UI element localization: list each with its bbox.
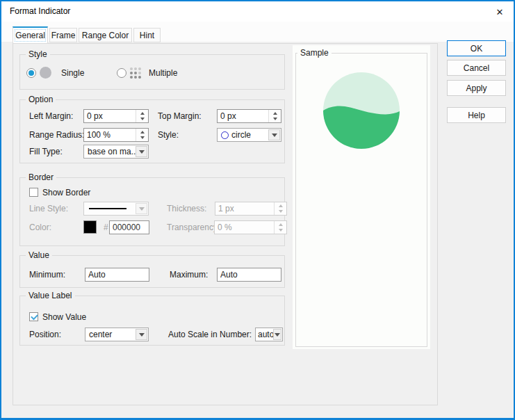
apply-button[interactable]: Apply	[447, 80, 506, 96]
line-style-dropdown-arrow[interactable]	[136, 203, 147, 214]
style-dropdown[interactable]: circle	[217, 128, 281, 142]
minimum-input[interactable]	[85, 268, 149, 281]
fill-type-dropdown-value: base on ma...	[88, 147, 138, 156]
minimum-field	[85, 268, 149, 282]
help-button-label: Help	[468, 111, 485, 120]
cancel-button-label: Cancel	[464, 63, 489, 73]
multiple-style-icon	[129, 67, 142, 79]
show-border-label[interactable]: Show Border	[42, 188, 90, 197]
value-group-title: Value	[26, 250, 52, 260]
value-label-group-title: Value Label	[26, 291, 75, 300]
border-group-title: Border	[26, 172, 56, 182]
ok-button[interactable]: OK	[447, 40, 506, 56]
circle-shape-icon	[221, 131, 229, 139]
position-dropdown-value: center	[89, 330, 112, 339]
show-value-label[interactable]: Show Value	[42, 313, 86, 322]
tab-range-color-label: Range Color	[82, 31, 129, 40]
thickness-field	[215, 202, 287, 216]
value-label-group: Value Label Show Value Position: center …	[19, 296, 285, 346]
auto-scale-label: Auto Scale in Number:	[168, 330, 252, 339]
transparency-label: Transparency:	[167, 223, 220, 232]
style-dropdown-value: circle	[231, 131, 251, 140]
position-label: Position:	[29, 330, 61, 339]
position-dropdown-arrow[interactable]	[136, 329, 147, 340]
tab-general-label: General	[15, 31, 45, 40]
sample-panel: Sample	[293, 45, 430, 349]
fill-type-label: Fill Type:	[29, 147, 63, 156]
color-label: Color:	[29, 223, 51, 232]
single-style-icon	[40, 67, 51, 79]
radio-multiple[interactable]	[117, 68, 126, 78]
transparency-spinner[interactable]	[274, 221, 286, 234]
style-group: Style Single Multiple	[19, 54, 285, 90]
cancel-button[interactable]: Cancel	[447, 60, 506, 76]
left-margin-field	[83, 109, 149, 123]
apply-button-label: Apply	[466, 83, 487, 93]
tab-hint[interactable]: Hint	[133, 28, 161, 42]
radio-single[interactable]	[26, 68, 36, 78]
style-dropdown-arrow[interactable]	[268, 129, 280, 140]
line-style-dropdown[interactable]	[83, 202, 149, 216]
left-margin-label: Left Margin:	[29, 112, 73, 121]
single-label[interactable]: Single	[61, 69, 84, 78]
auto-scale-dropdown[interactable]: auto	[255, 328, 283, 341]
dialog-title: Format Indicator	[10, 6, 70, 16]
top-margin-spinner[interactable]	[268, 110, 281, 122]
value-group: Value Minimum: Maximum:	[19, 255, 285, 288]
title-bar: Format Indicator ✕	[1, 1, 514, 22]
show-border-checkbox[interactable]	[29, 188, 38, 197]
auto-scale-dropdown-arrow[interactable]	[273, 329, 281, 340]
option-group-title: Option	[26, 95, 56, 104]
line-style-preview	[89, 208, 126, 209]
color-hex-field	[109, 220, 149, 234]
maximum-field	[217, 268, 281, 282]
style-group-title: Style	[26, 49, 50, 59]
color-swatch[interactable]	[83, 220, 97, 234]
format-indicator-dialog: Format Indicator ✕ General Frame Range C…	[0, 0, 515, 420]
tab-range-color[interactable]: Range Color	[79, 28, 132, 42]
ok-button-label: OK	[471, 44, 482, 54]
line-style-label: Line Style:	[29, 204, 68, 213]
minimum-label: Minimum:	[29, 270, 65, 280]
thickness-label: Thickness:	[167, 204, 206, 213]
multiple-label[interactable]: Multiple	[149, 69, 177, 78]
maximum-label: Maximum:	[170, 270, 208, 280]
auto-scale-dropdown-value: auto	[258, 330, 274, 339]
thickness-spinner[interactable]	[274, 202, 286, 215]
sample-indicator-preview	[293, 45, 430, 349]
top-margin-label: Top Margin:	[158, 112, 202, 121]
close-icon[interactable]: ✕	[493, 6, 506, 18]
tab-general[interactable]: General	[13, 26, 48, 44]
range-radius-label: Range Radius:	[29, 131, 84, 140]
left-margin-spinner[interactable]	[136, 110, 148, 122]
border-group: Border Show Border Line Style: Thickness…	[19, 177, 285, 246]
range-radius-field	[83, 128, 149, 142]
hash-symbol: #	[104, 223, 108, 232]
top-margin-field	[217, 109, 281, 123]
help-button[interactable]: Help	[447, 107, 506, 123]
show-value-checkbox[interactable]	[29, 312, 38, 321]
tab-hint-label: Hint	[140, 31, 154, 40]
position-dropdown[interactable]: center	[85, 328, 149, 341]
fill-type-dropdown[interactable]: base on ma...	[83, 145, 149, 159]
range-radius-spinner[interactable]	[136, 129, 148, 141]
tab-frame[interactable]: Frame	[49, 28, 77, 42]
option-group: Option Left Margin: Top Margin: Range Ra…	[19, 99, 285, 163]
tab-frame-label: Frame	[51, 31, 76, 40]
maximum-input[interactable]	[218, 268, 281, 281]
transparency-field	[214, 220, 287, 234]
color-hex-input[interactable]	[110, 221, 149, 234]
style-field-label: Style:	[158, 131, 179, 140]
fill-type-dropdown-arrow[interactable]	[136, 146, 147, 157]
